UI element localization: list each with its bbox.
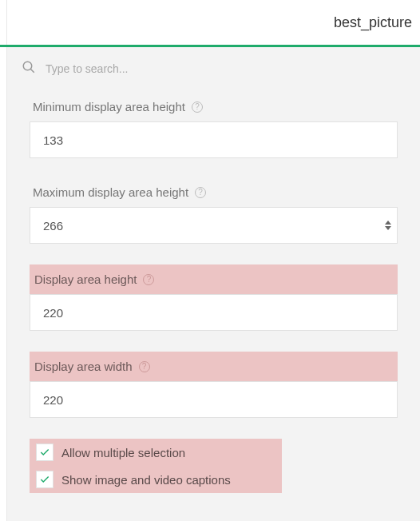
field-max-height: Maximum display area height ? xyxy=(30,179,398,244)
chevron-down-icon[interactable] xyxy=(385,226,391,230)
min-height-label-text: Minimum display area height xyxy=(33,100,185,113)
area-height-label-text: Display area height xyxy=(34,272,137,286)
check-icon xyxy=(39,474,50,485)
page-title: best_picture xyxy=(334,14,412,31)
search-icon xyxy=(22,60,36,78)
check-icon xyxy=(39,447,50,458)
help-icon[interactable]: ? xyxy=(143,274,154,285)
max-height-label-text: Maximum display area height xyxy=(33,185,188,199)
check-captions-label: Show image and video captions xyxy=(61,473,231,487)
help-icon[interactable]: ? xyxy=(195,187,206,198)
area-width-label-text: Display area width xyxy=(34,360,133,373)
checkbox[interactable] xyxy=(36,471,53,488)
check-show-captions[interactable]: Show image and video captions xyxy=(30,466,282,493)
max-height-label: Maximum display area height ? xyxy=(30,179,398,207)
area-height-label: Display area height ? xyxy=(30,264,398,294)
area-width-label: Display area width ? xyxy=(30,352,398,381)
checkbox[interactable] xyxy=(36,443,53,461)
field-area-height: Display area height ? xyxy=(30,264,398,331)
search-row xyxy=(7,47,420,90)
help-icon[interactable]: ? xyxy=(192,101,203,113)
min-height-label: Minimum display area height ? xyxy=(30,93,398,121)
svg-line-1 xyxy=(30,69,34,73)
min-height-input[interactable] xyxy=(30,121,398,158)
chevron-up-icon[interactable] xyxy=(385,221,391,225)
number-stepper[interactable] xyxy=(385,221,391,230)
check-multi-label: Allow multiple selection xyxy=(61,446,185,459)
field-min-height: Minimum display area height ? xyxy=(30,93,398,158)
area-width-input[interactable] xyxy=(30,381,398,418)
max-height-input[interactable] xyxy=(30,207,398,244)
search-input[interactable] xyxy=(46,62,406,75)
help-icon[interactable]: ? xyxy=(139,361,150,372)
area-height-input[interactable] xyxy=(30,294,398,331)
check-allow-multiple[interactable]: Allow multiple selection xyxy=(30,439,282,466)
field-area-width: Display area width ? xyxy=(30,352,398,418)
svg-point-0 xyxy=(23,62,32,70)
